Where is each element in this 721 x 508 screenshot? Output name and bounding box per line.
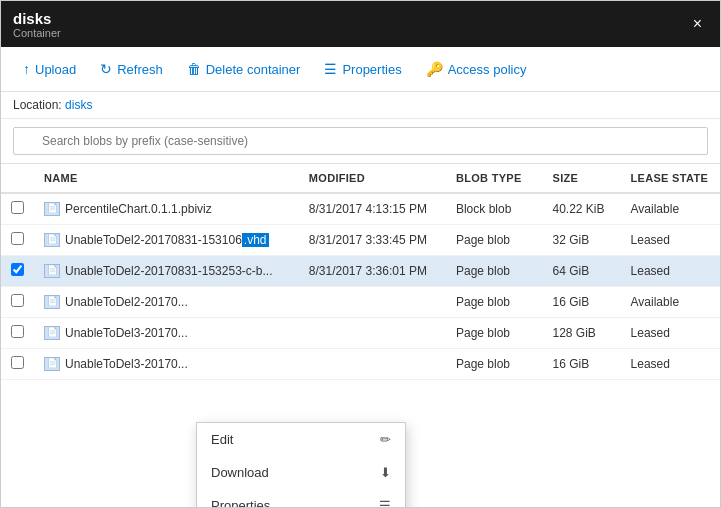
context-menu-item[interactable]: Edit✏ bbox=[197, 423, 405, 456]
delete-label: Delete container bbox=[206, 62, 301, 77]
main-window: disks Container × ↑ Upload ↻ Refresh 🗑 D… bbox=[0, 0, 721, 508]
row-size: 32 GiB bbox=[543, 225, 621, 256]
refresh-button[interactable]: ↻ Refresh bbox=[90, 55, 173, 83]
row-size: 40.22 KiB bbox=[543, 193, 621, 225]
row-checkbox-cell bbox=[1, 287, 34, 318]
row-blob-type: Page blob bbox=[446, 256, 543, 287]
row-blob-type: Page blob bbox=[446, 225, 543, 256]
refresh-icon: ↻ bbox=[100, 61, 112, 77]
row-checkbox[interactable] bbox=[11, 325, 24, 338]
search-wrapper: 🔍 bbox=[13, 127, 708, 155]
row-size: 128 GiB bbox=[543, 318, 621, 349]
row-checkbox-cell bbox=[1, 193, 34, 225]
blobs-table: NAME MODIFIED BLOB TYPE SIZE LEASE STATE… bbox=[1, 164, 720, 380]
table-body: 📄PercentileChart.0.1.1.pbiviz8/31/2017 4… bbox=[1, 193, 720, 380]
col-modified: MODIFIED bbox=[299, 164, 446, 193]
row-blob-type: Page blob bbox=[446, 318, 543, 349]
row-modified: 8/31/2017 4:13:15 PM bbox=[299, 193, 446, 225]
row-checkbox[interactable] bbox=[11, 263, 24, 276]
row-name: 📄UnableToDel2-20170... bbox=[34, 287, 299, 318]
row-modified bbox=[299, 287, 446, 318]
row-name: 📄UnableToDel3-20170... bbox=[34, 318, 299, 349]
table-row[interactable]: 📄UnableToDel3-20170...Page blob128 GiBLe… bbox=[1, 318, 720, 349]
row-size: 16 GiB bbox=[543, 287, 621, 318]
window-subtitle: Container bbox=[13, 27, 61, 39]
row-checkbox-cell bbox=[1, 225, 34, 256]
row-blob-type: Page blob bbox=[446, 349, 543, 380]
context-menu-item-label: Edit bbox=[211, 432, 233, 447]
col-checkbox bbox=[1, 164, 34, 193]
table-header-row: NAME MODIFIED BLOB TYPE SIZE LEASE STATE bbox=[1, 164, 720, 193]
properties-button[interactable]: ☰ Properties bbox=[314, 55, 411, 83]
table-row[interactable]: 📄UnableToDel2-20170831-153253-c-b...8/31… bbox=[1, 256, 720, 287]
table-container: NAME MODIFIED BLOB TYPE SIZE LEASE STATE… bbox=[1, 164, 720, 507]
title-bar-left: disks Container bbox=[13, 10, 61, 39]
location-link[interactable]: disks bbox=[65, 98, 92, 112]
col-name: NAME bbox=[34, 164, 299, 193]
context-menu-item-label: Download bbox=[211, 465, 269, 480]
context-menu-item[interactable]: Properties☰ bbox=[197, 489, 405, 507]
window-title: disks bbox=[13, 10, 61, 27]
row-checkbox-cell bbox=[1, 349, 34, 380]
upload-icon: ↑ bbox=[23, 61, 30, 77]
refresh-label: Refresh bbox=[117, 62, 163, 77]
row-name: 📄UnableToDel2-20170831-153253-c-b... bbox=[34, 256, 299, 287]
row-modified bbox=[299, 318, 446, 349]
row-modified: 8/31/2017 3:33:45 PM bbox=[299, 225, 446, 256]
row-lease-state: Leased bbox=[621, 318, 720, 349]
properties-icon: ☰ bbox=[324, 61, 337, 77]
row-checkbox[interactable] bbox=[11, 356, 24, 369]
row-name: 📄PercentileChart.0.1.1.pbiviz bbox=[34, 193, 299, 225]
table-row[interactable]: 📄UnableToDel2-20170...Page blob16 GiBAva… bbox=[1, 287, 720, 318]
col-size: SIZE bbox=[543, 164, 621, 193]
row-modified: 8/31/2017 3:36:01 PM bbox=[299, 256, 446, 287]
row-size: 64 GiB bbox=[543, 256, 621, 287]
row-checkbox-cell bbox=[1, 256, 34, 287]
upload-button[interactable]: ↑ Upload bbox=[13, 55, 86, 83]
context-menu-item-icon: ☰ bbox=[379, 498, 391, 507]
location-bar: Location: disks bbox=[1, 92, 720, 119]
row-lease-state: Available bbox=[621, 193, 720, 225]
row-lease-state: Leased bbox=[621, 225, 720, 256]
col-lease: LEASE STATE bbox=[621, 164, 720, 193]
search-input[interactable] bbox=[13, 127, 708, 155]
row-checkbox-cell bbox=[1, 318, 34, 349]
context-menu-item-icon: ⬇ bbox=[380, 465, 391, 480]
search-bar: 🔍 bbox=[1, 119, 720, 164]
context-menu-item-icon: ✏ bbox=[380, 432, 391, 447]
table-row[interactable]: 📄UnableToDel2-20170831-153106.vhd8/31/20… bbox=[1, 225, 720, 256]
toolbar: ↑ Upload ↻ Refresh 🗑 Delete container ☰ … bbox=[1, 47, 720, 92]
properties-label: Properties bbox=[342, 62, 401, 77]
table-row[interactable]: 📄PercentileChart.0.1.1.pbiviz8/31/2017 4… bbox=[1, 193, 720, 225]
row-checkbox[interactable] bbox=[11, 232, 24, 245]
context-menu-item[interactable]: Download⬇ bbox=[197, 456, 405, 489]
table-row[interactable]: 📄UnableToDel3-20170...Page blob16 GiBLea… bbox=[1, 349, 720, 380]
location-prefix: Location: bbox=[13, 98, 62, 112]
row-lease-state: Available bbox=[621, 287, 720, 318]
access-icon: 🔑 bbox=[426, 61, 443, 77]
context-menu-item-label: Properties bbox=[211, 498, 270, 507]
row-checkbox[interactable] bbox=[11, 294, 24, 307]
row-name: 📄UnableToDel2-20170831-153106.vhd bbox=[34, 225, 299, 256]
access-policy-button[interactable]: 🔑 Access policy bbox=[416, 55, 537, 83]
delete-icon: 🗑 bbox=[187, 61, 201, 77]
row-blob-type: Page blob bbox=[446, 287, 543, 318]
col-blobtype: BLOB TYPE bbox=[446, 164, 543, 193]
upload-label: Upload bbox=[35, 62, 76, 77]
row-modified bbox=[299, 349, 446, 380]
row-lease-state: Leased bbox=[621, 349, 720, 380]
row-size: 16 GiB bbox=[543, 349, 621, 380]
row-lease-state: Leased bbox=[621, 256, 720, 287]
row-blob-type: Block blob bbox=[446, 193, 543, 225]
close-button[interactable]: × bbox=[687, 13, 708, 35]
title-bar: disks Container × bbox=[1, 1, 720, 47]
context-menu: Edit✏Download⬇Properties☰Edit metadataℹB… bbox=[196, 422, 406, 507]
row-name: 📄UnableToDel3-20170... bbox=[34, 349, 299, 380]
row-checkbox[interactable] bbox=[11, 201, 24, 214]
access-label: Access policy bbox=[448, 62, 527, 77]
delete-container-button[interactable]: 🗑 Delete container bbox=[177, 55, 311, 83]
